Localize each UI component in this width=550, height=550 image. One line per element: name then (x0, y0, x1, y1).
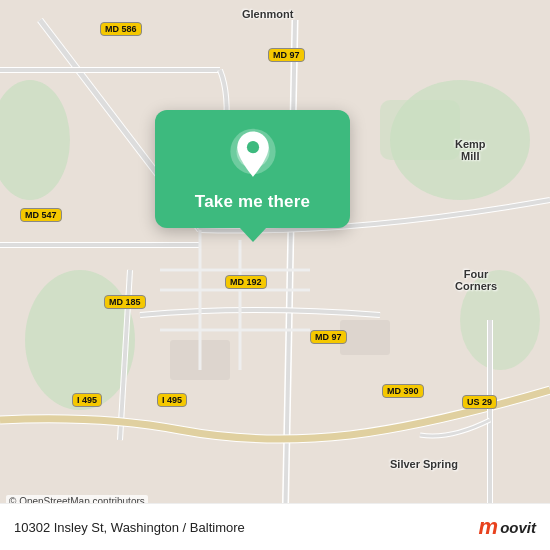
map-container: MD 586 MD 97 MD 547 MD 185 MD 192 MD 97 … (0, 0, 550, 550)
moovit-m-icon: m (479, 514, 499, 540)
road-badge-md97-top: MD 97 (268, 48, 305, 62)
svg-point-1 (25, 270, 135, 410)
moovit-logo: m oovit (479, 514, 536, 540)
road-badge-md586: MD 586 (100, 22, 142, 36)
map-background (0, 0, 550, 550)
popup-label: Take me there (195, 192, 310, 212)
location-pin-icon (226, 128, 280, 182)
svg-point-2 (0, 80, 70, 200)
bottom-bar: 10302 Insley St, Washington / Baltimore … (0, 503, 550, 550)
svg-point-3 (460, 270, 540, 370)
road-badge-md192: MD 192 (225, 275, 267, 289)
svg-rect-6 (340, 320, 390, 355)
road-badge-i495-left: I 495 (72, 393, 102, 407)
road-badge-us29: US 29 (462, 395, 497, 409)
svg-point-26 (246, 141, 258, 153)
road-badge-md185: MD 185 (104, 295, 146, 309)
road-badge-md390: MD 390 (382, 384, 424, 398)
road-badge-i495-right: I 495 (157, 393, 187, 407)
take-me-there-popup[interactable]: Take me there (155, 110, 350, 228)
moovit-brand-text: oovit (500, 519, 536, 536)
svg-rect-4 (380, 100, 460, 160)
map-svg (0, 0, 550, 550)
road-badge-md97-mid: MD 97 (310, 330, 347, 344)
road-badge-md547: MD 547 (20, 208, 62, 222)
address-text: 10302 Insley St, Washington / Baltimore (14, 520, 245, 535)
